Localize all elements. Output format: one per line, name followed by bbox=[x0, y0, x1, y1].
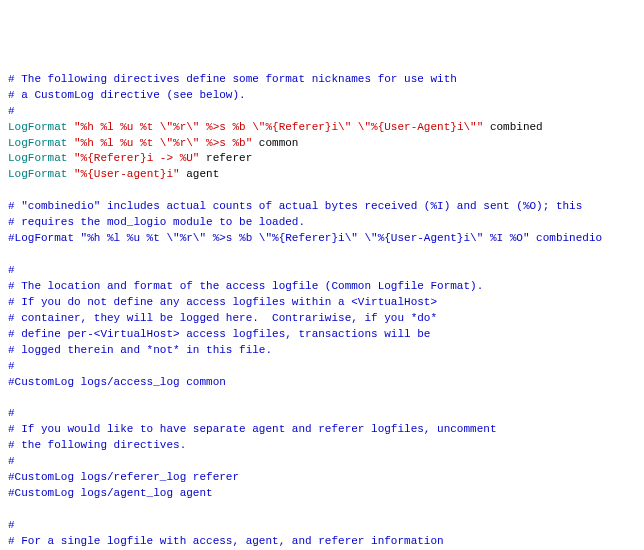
code-line: # bbox=[8, 406, 636, 422]
token-comment: # bbox=[8, 455, 15, 467]
code-line: # bbox=[8, 518, 636, 534]
code-line: #CustomLog logs/referer_log referer bbox=[8, 470, 636, 486]
token-directive: LogFormat bbox=[8, 152, 74, 164]
token-plain bbox=[8, 248, 15, 260]
token-directive: LogFormat bbox=[8, 137, 74, 149]
token-comment: #CustomLog logs/agent_log agent bbox=[8, 487, 213, 499]
token-comment: # The location and format of the access … bbox=[8, 280, 483, 292]
token-keyword: referer bbox=[199, 152, 252, 164]
token-directive: LogFormat bbox=[8, 121, 74, 133]
token-comment: # "combinedio" includes actual counts of… bbox=[8, 200, 582, 212]
token-comment: #CustomLog logs/access_log common bbox=[8, 376, 226, 388]
token-comment: # define per-<VirtualHost> access logfil… bbox=[8, 328, 430, 340]
code-line: # bbox=[8, 454, 636, 470]
code-line: # logged therein and *not* in this file. bbox=[8, 343, 636, 359]
token-keyword: combined bbox=[483, 121, 542, 133]
token-keyword: common bbox=[252, 137, 298, 149]
token-string: "%h %l %u %t \"%r\" %>s %b \"%{Referer}i… bbox=[74, 121, 483, 133]
token-keyword: agent bbox=[180, 168, 220, 180]
token-comment: # requires the mod_logio module to be lo… bbox=[8, 216, 305, 228]
token-comment: # container, they will be logged here. C… bbox=[8, 312, 437, 324]
token-comment: # logged therein and *not* in this file. bbox=[8, 344, 272, 356]
token-comment: # bbox=[8, 105, 15, 117]
code-line: LogFormat "%h %l %u %t \"%r\" %>s %b \"%… bbox=[8, 120, 636, 136]
code-line bbox=[8, 183, 636, 199]
code-line: # requires the mod_logio module to be lo… bbox=[8, 215, 636, 231]
code-line: #LogFormat "%h %l %u %t \"%r\" %>s %b \"… bbox=[8, 231, 636, 247]
code-line: # the following directives. bbox=[8, 438, 636, 454]
code-line: #CustomLog logs/agent_log agent bbox=[8, 486, 636, 502]
token-string: "%h %l %u %t \"%r\" %>s %b" bbox=[74, 137, 252, 149]
code-line bbox=[8, 247, 636, 263]
token-comment: # bbox=[8, 360, 15, 372]
token-directive: LogFormat bbox=[8, 168, 74, 180]
token-comment: # bbox=[8, 264, 15, 276]
token-comment: # If you do not define any access logfil… bbox=[8, 296, 437, 308]
code-line: # container, they will be logged here. C… bbox=[8, 311, 636, 327]
code-line: # bbox=[8, 359, 636, 375]
code-line: LogFormat "%{Referer}i -> %U" referer bbox=[8, 151, 636, 167]
code-line: # a CustomLog directive (see below). bbox=[8, 88, 636, 104]
code-line bbox=[8, 391, 636, 407]
token-comment: # the following directives. bbox=[8, 439, 186, 451]
code-line: LogFormat "%h %l %u %t \"%r\" %>s %b" co… bbox=[8, 136, 636, 152]
code-line: # The following directives define some f… bbox=[8, 72, 636, 88]
token-comment: #CustomLog logs/referer_log referer bbox=[8, 471, 239, 483]
code-line: # bbox=[8, 104, 636, 120]
token-plain bbox=[8, 392, 15, 404]
token-plain bbox=[8, 184, 15, 196]
code-line: # bbox=[8, 263, 636, 279]
code-line bbox=[8, 502, 636, 518]
code-line: # If you do not define any access logfil… bbox=[8, 295, 636, 311]
token-plain bbox=[8, 503, 15, 515]
token-comment: # bbox=[8, 407, 15, 419]
token-string: "%{Referer}i -> %U" bbox=[74, 152, 199, 164]
token-comment: # If you would like to have separate age… bbox=[8, 423, 496, 435]
code-line: LogFormat "%{User-agent}i" agent bbox=[8, 167, 636, 183]
token-string: "%{User-agent}i" bbox=[74, 168, 180, 180]
code-line: # The location and format of the access … bbox=[8, 279, 636, 295]
code-line: # If you would like to have separate age… bbox=[8, 422, 636, 438]
token-comment: #LogFormat "%h %l %u %t \"%r\" %>s %b \"… bbox=[8, 232, 602, 244]
code-line: # "combinedio" includes actual counts of… bbox=[8, 199, 636, 215]
token-comment: # bbox=[8, 519, 15, 531]
code-line: # For a single logfile with access, agen… bbox=[8, 534, 636, 550]
token-comment: # For a single logfile with access, agen… bbox=[8, 535, 444, 547]
code-line: #CustomLog logs/access_log common bbox=[8, 375, 636, 391]
token-comment: # a CustomLog directive (see below). bbox=[8, 89, 246, 101]
token-comment: # The following directives define some f… bbox=[8, 73, 457, 85]
code-line: # define per-<VirtualHost> access logfil… bbox=[8, 327, 636, 343]
config-code-block: # The following directives define some f… bbox=[8, 72, 636, 550]
